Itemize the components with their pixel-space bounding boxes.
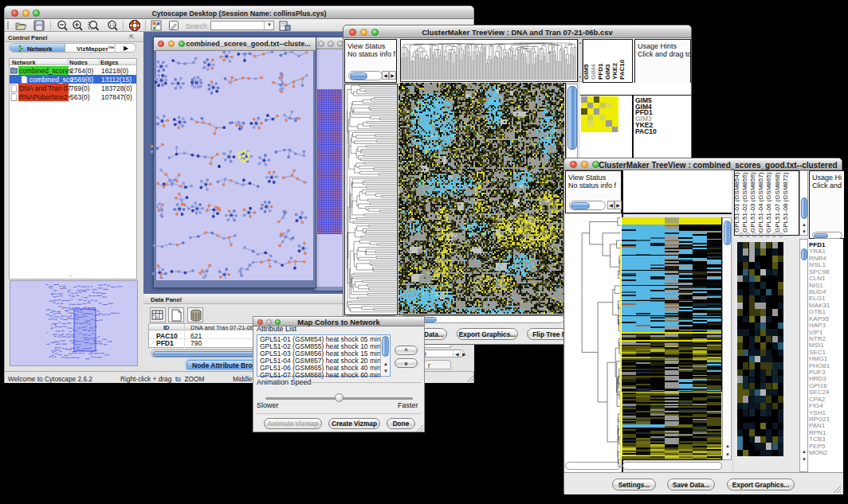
svg-text:1:1: 1:1	[109, 23, 115, 27]
svg-text:GIM4: GIM4	[590, 64, 597, 80]
svg-text:GPL51-07 (GSM868): GPL51-07 (GSM868)	[774, 172, 781, 232]
svg-text:GIM5: GIM5	[583, 64, 590, 80]
svg-text:GPL51-04 (GSM857): GPL51-04 (GSM857)	[757, 172, 764, 232]
svg-text:PFD1: PFD1	[597, 63, 604, 80]
svg-text:GPL51-06 (GSM865): GPL51-06 (GSM865)	[765, 172, 772, 232]
svg-text:YKE2: YKE2	[611, 63, 618, 80]
svg-text:GPL51-03 (GSM856): GPL51-03 (GSM856)	[749, 172, 756, 232]
svg-text:GPL51-08 (GSM872): GPL51-08 (GSM872)	[782, 172, 789, 232]
svg-text:GIM3: GIM3	[604, 64, 611, 80]
svg-text:GPL51-01 (GSM854): GPL51-01 (GSM854)	[733, 172, 740, 232]
svg-text:PAC10: PAC10	[618, 59, 626, 80]
svg-text:GPL51-02 (GSM855): GPL51-02 (GSM855)	[741, 172, 748, 232]
